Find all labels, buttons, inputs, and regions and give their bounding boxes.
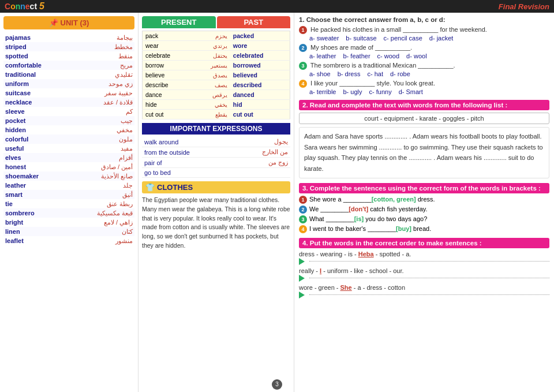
question-block: 1 He packed his clothes in a small _____… xyxy=(299,26,549,42)
vocab-en: pocket xyxy=(3,116,69,125)
question-text: 2 My shoes are made of __________. xyxy=(299,44,549,52)
ex3-title: 3. Complete the sentences using the corr… xyxy=(299,183,549,193)
vocab-row: brightزاهي / لامع xyxy=(3,218,134,227)
verb-past: described xyxy=(230,80,290,90)
vocab-ar: أقزام xyxy=(69,153,134,162)
vocab-en: smart xyxy=(3,190,69,199)
verb-en: borrow xyxy=(143,61,193,70)
question-block: 2 My shoes are made of __________. a- le… xyxy=(299,44,549,59)
sentence-text: She wore a ________[cotton, green] dress… xyxy=(309,196,435,203)
question-text: 1 He packed his clothes in a small _____… xyxy=(299,26,549,34)
sentence-text: We ________[don't] catch fish yesterday. xyxy=(309,206,428,212)
verb-en: cut out xyxy=(143,110,193,120)
key-word: I xyxy=(320,267,321,274)
vocab-row: colorfulملون xyxy=(3,135,134,144)
clothes-icon: 👕 xyxy=(145,183,155,192)
word-list: court - equipment - karate - goggles - p… xyxy=(299,113,549,124)
vocab-ar: أنيق xyxy=(69,190,134,199)
option: a- terrible xyxy=(309,88,336,95)
vocab-ar: مفيد xyxy=(69,144,134,153)
verb-ar: يقطع xyxy=(193,110,230,120)
bracket-hint: [buy] xyxy=(396,225,411,232)
option: b- feather xyxy=(343,53,370,59)
option: b- suitcase xyxy=(346,35,376,42)
vocab-row: traditionalتقليدي xyxy=(3,70,134,79)
clothes-text: The Egyptian people wear many traditiona… xyxy=(142,196,290,251)
verb-ar: يحزم xyxy=(193,31,230,41)
vocab-en: elves xyxy=(3,153,69,162)
vocab-en: honest xyxy=(3,162,69,171)
vocab-table: pajamasبيجامةstripedمخططspottedمنقطcomfo… xyxy=(3,33,134,245)
answer-dotted-line xyxy=(309,261,549,262)
verb-ar: يرتدي xyxy=(193,41,230,51)
vocab-row: sleeveكم xyxy=(3,107,134,116)
play-icon[interactable] xyxy=(299,258,305,265)
vocab-row: suitcaseحقيبة سفر xyxy=(3,88,134,98)
answer-dotted-line xyxy=(309,278,549,278)
vocab-ar: حقيبة سفر xyxy=(69,88,134,98)
option: d- robe xyxy=(390,70,410,77)
verb-ar: يخفي xyxy=(193,100,230,110)
order-words: wore - green - She - a - dress - cotton xyxy=(299,284,549,291)
vocab-row: leafletمنشور xyxy=(3,236,134,245)
expr-row: walk aroundيجول xyxy=(142,137,290,147)
logo: Connect 5 xyxy=(5,1,44,12)
clothes-label: CLOTHES xyxy=(157,183,193,192)
vocab-row: necklaceقلادة / عقد xyxy=(3,98,134,107)
option: d- Smart xyxy=(399,88,423,95)
vocab-ar: ملون xyxy=(69,135,134,144)
verb-past: hid xyxy=(230,100,290,110)
expr-row: pair ofزوج من xyxy=(142,158,290,168)
verb-past: danced xyxy=(230,90,290,100)
verb-past: cut out xyxy=(230,110,290,120)
unit-label: UNIT (3) xyxy=(61,18,89,27)
vocab-ar: ربطة عنق xyxy=(69,199,134,208)
verb-en: hide xyxy=(143,100,193,110)
sentence-num: 4 xyxy=(299,225,307,233)
play-icon[interactable] xyxy=(299,275,305,282)
vocab-ar: كتان xyxy=(69,227,134,236)
vocab-en: bright xyxy=(3,218,69,227)
vocab-row: tieربطة عنق xyxy=(3,199,134,208)
option: b- ugly xyxy=(343,88,362,95)
vocab-en: hidden xyxy=(3,125,69,135)
play-icon[interactable] xyxy=(299,292,305,298)
question-num: 3 xyxy=(299,62,307,70)
vocab-en: useful xyxy=(3,144,69,153)
verb-row: describeيصفdescribed xyxy=(143,80,290,90)
present-header: PRESENT xyxy=(142,16,216,28)
verb-table: packيحزمpackedwearيرتديworecelebrateيحتف… xyxy=(142,31,290,120)
verb-past: believed xyxy=(230,70,290,80)
vocab-ar: تقليدي xyxy=(69,70,134,79)
verb-past: packed xyxy=(230,31,290,41)
unit-header: 📌 UNIT (3) xyxy=(3,16,134,29)
expr-row: go to bed xyxy=(142,168,290,178)
expr-en: walk around xyxy=(142,137,234,147)
reading-text: Adam and Sara have sports ............. … xyxy=(299,127,549,178)
option: a- leather xyxy=(309,53,336,59)
vocab-row: linenكتان xyxy=(3,227,134,236)
vocab-row: spottedمنقط xyxy=(3,51,134,61)
answer-line xyxy=(299,292,549,298)
question-text: 4 I like your __________ style. You look… xyxy=(299,80,549,88)
verb-row: celebrateيحتفلcelebrated xyxy=(143,51,290,61)
verb-en: believe xyxy=(143,70,193,80)
vocab-row: sombreroقبعة مكسيكية xyxy=(3,208,134,218)
option: c- funny xyxy=(369,88,392,95)
vocab-en: necklace xyxy=(3,98,69,107)
ex2-title: 2. Read and complete the text with words… xyxy=(299,100,549,110)
vocabulary-section: 📌 UNIT (3) pajamasبيجامةstripedمخططspott… xyxy=(0,13,138,392)
verb-row: cut outيقطعcut out xyxy=(143,110,290,120)
vocab-ar: زاهي / لامع xyxy=(69,218,134,227)
expr-row: from the outsideمن الخارج xyxy=(142,147,290,158)
answer-line xyxy=(299,258,549,265)
verb-en: wear xyxy=(143,41,193,51)
ex2-section: 2. Read and complete the text with words… xyxy=(299,100,549,178)
vocab-row: honestأمين / صادق xyxy=(3,162,134,171)
vocab-en: leaflet xyxy=(3,236,69,245)
question-block: 4 I like your __________ style. You look… xyxy=(299,80,549,95)
order-words: really - I - uniform - like - school - o… xyxy=(299,267,549,274)
vocab-en: colorful xyxy=(3,135,69,144)
answer-line xyxy=(299,275,549,282)
sentence-item: 4 I went to the baker's ________[buy] br… xyxy=(299,225,549,233)
